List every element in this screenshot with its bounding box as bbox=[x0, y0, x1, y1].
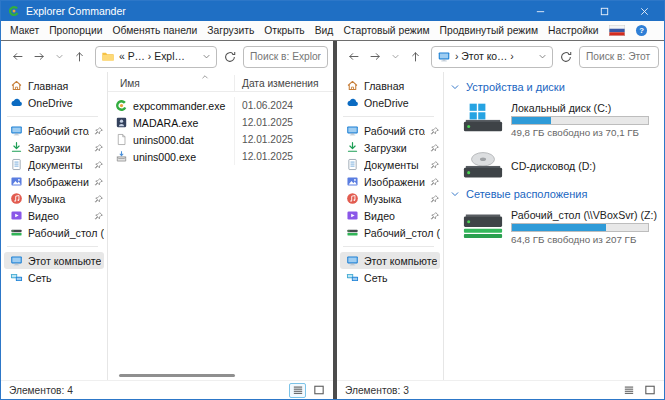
back-icon[interactable] bbox=[347, 50, 360, 63]
pin-icon[interactable] bbox=[430, 160, 440, 170]
sidebar-item-network-desktop[interactable]: Рабочий_стол (\\VB bbox=[337, 224, 443, 241]
menu-proportions[interactable]: Пропорции bbox=[49, 25, 102, 36]
forward-icon[interactable] bbox=[33, 50, 46, 63]
sidebar-label: Рабочий стол bbox=[28, 125, 89, 137]
address-chevron-icon[interactable] bbox=[538, 52, 547, 61]
left-search-input[interactable] bbox=[243, 46, 328, 68]
pin-icon[interactable] bbox=[94, 177, 104, 187]
pin-icon[interactable] bbox=[94, 211, 104, 221]
right-items-count: Элементов: 3 bbox=[345, 385, 409, 396]
address-chevron-icon[interactable] bbox=[202, 52, 211, 61]
sidebar-item-home[interactable]: Главная bbox=[337, 77, 443, 94]
menu-layout[interactable]: Макет bbox=[10, 25, 39, 36]
sidebar-item-music[interactable]: Музыка bbox=[337, 190, 443, 207]
icons-view-button[interactable] bbox=[310, 383, 327, 398]
menu-advanced-mode[interactable]: Продвинутый режим bbox=[440, 25, 538, 36]
sidebar-item-onedrive[interactable]: OneDrive bbox=[337, 94, 443, 111]
sidebar-item-downloads[interactable]: Загрузки bbox=[1, 139, 107, 156]
sidebar-item-pictures[interactable]: Изображения bbox=[1, 173, 107, 190]
pin-icon[interactable] bbox=[430, 177, 440, 187]
sidebar-item-documents[interactable]: Документы bbox=[1, 156, 107, 173]
refresh-icon[interactable] bbox=[223, 50, 237, 64]
horizontal-scrollbar[interactable] bbox=[119, 374, 235, 377]
local-disk-icon bbox=[462, 101, 504, 135]
sidebar-item-network[interactable]: Сеть bbox=[337, 269, 443, 286]
history-chevron-icon[interactable] bbox=[391, 52, 400, 61]
sidebar-item-this-pc[interactable]: Этот компьютер bbox=[340, 252, 440, 269]
collapse-chevron-icon[interactable] bbox=[450, 189, 460, 199]
column-header-name[interactable]: Имя bbox=[108, 75, 234, 91]
right-address-bar[interactable]: › Этот ко… › bbox=[431, 46, 553, 68]
minimize-button[interactable] bbox=[520, 1, 560, 21]
network-icon bbox=[10, 271, 23, 284]
pin-icon[interactable] bbox=[430, 143, 440, 153]
madara-app-icon bbox=[115, 116, 128, 129]
details-view-button[interactable] bbox=[620, 383, 637, 398]
forward-icon[interactable] bbox=[369, 50, 382, 63]
menu-settings[interactable]: Настройки bbox=[548, 25, 599, 36]
section-title: Устройства и диски bbox=[466, 81, 565, 93]
drive-d[interactable]: CD-дисковод (D:) bbox=[462, 148, 660, 182]
sidebar-item-music[interactable]: Музыка bbox=[1, 190, 107, 207]
sidebar-item-network-desktop[interactable]: Рабочий_стол (\\VB bbox=[1, 224, 107, 241]
icons-view-button[interactable] bbox=[641, 383, 658, 398]
up-icon[interactable] bbox=[73, 50, 86, 63]
right-nav-buttons bbox=[347, 50, 422, 63]
network-drive-icon bbox=[10, 226, 23, 239]
sidebar-item-videos[interactable]: Видео bbox=[1, 207, 107, 224]
pictures-icon bbox=[10, 175, 23, 188]
right-breadcrumb[interactable]: › Этот ко… › bbox=[455, 51, 534, 62]
pin-icon[interactable] bbox=[94, 194, 104, 204]
sidebar-item-desktop[interactable]: Рабочий стол bbox=[337, 122, 443, 139]
sidebar-item-pictures[interactable]: Изображения bbox=[337, 173, 443, 190]
sidebar-item-home[interactable]: Главная bbox=[1, 77, 107, 94]
pin-icon[interactable] bbox=[94, 126, 104, 136]
title-bar: Explorer Commander bbox=[1, 1, 664, 21]
sidebar-item-network[interactable]: Сеть bbox=[1, 269, 107, 286]
close-button[interactable] bbox=[624, 1, 664, 21]
sidebar-item-documents[interactable]: Документы bbox=[337, 156, 443, 173]
menu-swap-panels[interactable]: Обменять панели bbox=[112, 25, 197, 36]
up-icon[interactable] bbox=[409, 50, 422, 63]
drive-c[interactable]: Локальный диск (C:) 49,8 ГБ свободно из … bbox=[462, 101, 660, 138]
sidebar-item-videos[interactable]: Видео bbox=[337, 207, 443, 224]
sidebar-label: Загрузки bbox=[28, 142, 89, 154]
details-view-button[interactable] bbox=[289, 383, 306, 398]
sidebar-label: Этот компьютер bbox=[364, 255, 437, 267]
pin-icon[interactable] bbox=[94, 143, 104, 153]
drive-z[interactable]: Рабочий_стол (\\VBoxSvr) (Z:) 64,8 ГБ св… bbox=[462, 208, 660, 245]
history-chevron-icon[interactable] bbox=[55, 52, 64, 61]
file-row[interactable]: MADARA.exe 12.01.2025 bbox=[108, 114, 333, 131]
pin-icon[interactable] bbox=[430, 211, 440, 221]
menu-view[interactable]: Вид bbox=[315, 25, 334, 36]
window-title: Explorer Commander bbox=[26, 5, 126, 17]
file-row[interactable]: unins000.dat 12.01.2025 bbox=[108, 131, 333, 148]
right-search-input[interactable] bbox=[579, 46, 659, 68]
left-address-bar[interactable]: « P… › Expl… bbox=[95, 46, 217, 68]
menu-start-mode[interactable]: Стартовый режим bbox=[343, 25, 429, 36]
refresh-icon[interactable] bbox=[559, 50, 573, 64]
pin-icon[interactable] bbox=[430, 126, 440, 136]
maximize-button[interactable] bbox=[584, 1, 624, 21]
sidebar-item-onedrive[interactable]: OneDrive bbox=[1, 94, 107, 111]
left-status-bar: Элементов: 4 bbox=[1, 380, 333, 399]
videos-icon bbox=[10, 209, 23, 222]
section-devices-and-drives[interactable]: Устройства и диски bbox=[450, 81, 660, 93]
language-flag-icon[interactable] bbox=[609, 25, 625, 36]
column-header-date[interactable]: Дата изменения bbox=[234, 75, 333, 91]
left-breadcrumb[interactable]: « P… › Expl… bbox=[119, 51, 198, 62]
downloads-icon bbox=[346, 141, 359, 154]
file-row[interactable]: expcommander.exe 01.06.2024 bbox=[108, 97, 333, 114]
pin-icon[interactable] bbox=[430, 194, 440, 204]
sidebar-item-desktop[interactable]: Рабочий стол bbox=[1, 122, 107, 139]
help-icon[interactable] bbox=[635, 24, 648, 37]
file-row[interactable]: unins000.exe 12.01.2025 bbox=[108, 148, 333, 165]
collapse-chevron-icon[interactable] bbox=[450, 82, 460, 92]
menu-load[interactable]: Загрузить bbox=[207, 25, 254, 36]
back-icon[interactable] bbox=[11, 50, 24, 63]
section-network-locations[interactable]: Сетевые расположения bbox=[450, 188, 660, 200]
pin-icon[interactable] bbox=[94, 160, 104, 170]
sidebar-item-this-pc[interactable]: Этот компьютер bbox=[4, 252, 104, 269]
sidebar-item-downloads[interactable]: Загрузки bbox=[337, 139, 443, 156]
menu-open[interactable]: Открыть bbox=[264, 25, 304, 36]
